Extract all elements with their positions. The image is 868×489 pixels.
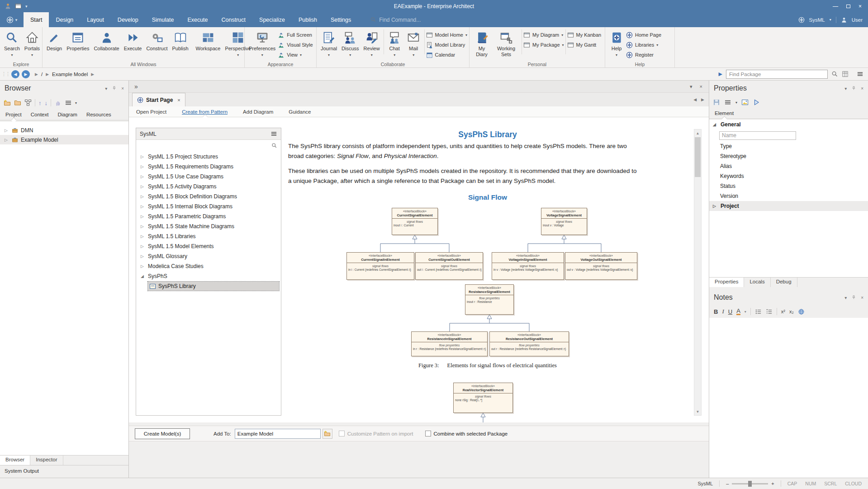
properties-dock-tab[interactable]: Locals [744, 278, 770, 287]
ribbon-tab[interactable]: Simulate [145, 12, 181, 27]
zoom-control[interactable]: – + [726, 481, 774, 486]
pattern-item[interactable]: ▷ SysML 1.5 Project Structures [136, 152, 281, 162]
collapse-icon[interactable]: ◢ [713, 122, 717, 127]
menu-icon[interactable] [65, 99, 72, 106]
tab-list-caret[interactable]: ▾ [690, 84, 693, 90]
ribbon-tab[interactable]: Publish [292, 12, 324, 27]
bold-button[interactable]: B [714, 308, 718, 315]
my-gantt-button[interactable]: My Gantt [567, 41, 602, 49]
app-menu-button[interactable]: ▾ [0, 12, 24, 27]
pattern-item[interactable]: ▷ SysML 1.5 Block Definition Diagrams [136, 192, 281, 201]
checkbox[interactable] [339, 431, 345, 436]
libraries-button[interactable]: Libraries ▾ [626, 41, 661, 49]
pattern-item[interactable]: ▷ SysML 1.5 Use Case Diagrams [136, 172, 281, 182]
zoom-out-icon[interactable]: – [726, 481, 729, 486]
statusbar-perspective[interactable]: SysML [698, 481, 713, 486]
pattern-item[interactable]: ▷ SysML 1.5 Libraries [136, 231, 281, 241]
dropdown-caret[interactable]: ▾ [735, 101, 737, 105]
expand-icon[interactable]: ▷ [141, 234, 148, 239]
panel-dropdown-caret[interactable]: ▾ [844, 295, 847, 300]
picture-icon[interactable] [741, 99, 749, 106]
play-icon[interactable] [753, 99, 760, 106]
expand-icon[interactable]: ▷ [5, 128, 9, 133]
pattern-item[interactable]: ▷ SysML 1.5 Requirements Diagrams [136, 162, 281, 172]
combine-package-checkbox[interactable]: Combine with selected Package [425, 431, 508, 436]
scrollbar-thumb[interactable] [695, 137, 701, 177]
property-row-type[interactable]: Type [709, 141, 868, 151]
menu-icon[interactable] [270, 130, 277, 137]
font-color-button[interactable]: A [736, 308, 740, 315]
customize-pattern-checkbox[interactable]: Customize Pattern on import [339, 431, 413, 436]
property-row-name[interactable] [709, 129, 868, 141]
folder-icon[interactable] [14, 99, 21, 106]
full-screen-button[interactable]: Full Screen [278, 31, 313, 39]
collaborate-button[interactable]: Collaborate ▾ [91, 29, 121, 57]
panel-close-icon[interactable]: × [121, 86, 124, 91]
panel-close-icon[interactable]: × [861, 86, 863, 91]
browse-folder-button[interactable] [323, 429, 332, 439]
home-page-button[interactable]: Home Page [626, 31, 661, 39]
visual-style-button[interactable]: Visual Style [278, 41, 313, 49]
expand-icon[interactable]: ▷ [141, 244, 148, 249]
scroll-tabs-left-icon[interactable]: ◀ [693, 97, 697, 102]
pattern-item[interactable]: ◢ SysPhS [136, 271, 281, 281]
forward-button[interactable]: ▶ [22, 70, 30, 78]
bullet-list-icon[interactable] [755, 308, 762, 315]
drag-handle[interactable]: ⋮⋮ [0, 71, 11, 77]
help-button[interactable]: Help ▾ [607, 29, 626, 57]
chevron-right-icon[interactable]: ▶ [91, 72, 94, 77]
my-diary-button[interactable]: My Diary ▾ [471, 29, 492, 62]
find-package-input[interactable] [726, 70, 828, 79]
breadcrumb-item[interactable]: Example Model [52, 72, 88, 77]
name-field[interactable] [719, 131, 796, 140]
model-library-button[interactable]: Model Library [426, 41, 467, 49]
menu-icon[interactable] [857, 71, 863, 77]
my-diagram-button[interactable]: My Diagram ▾ [523, 31, 564, 39]
find-command[interactable]: Find Command... [370, 12, 421, 27]
portals-button[interactable]: Portals ▾ [22, 29, 42, 57]
my-kanban-button[interactable]: My Kanban [567, 31, 602, 39]
restore-button[interactable] [846, 5, 850, 8]
ribbon-tab[interactable]: Execute [180, 12, 214, 27]
my-package-button[interactable]: My Package ▾ [523, 41, 564, 49]
user-menu[interactable]: User [852, 17, 863, 23]
add-to-input[interactable] [235, 429, 321, 439]
journal-button[interactable]: Journal ▾ [318, 29, 339, 57]
tab-close-icon[interactable]: × [177, 97, 180, 103]
expand-icon[interactable]: ▷ [141, 194, 148, 199]
pattern-item-selected[interactable]: SysPhS Library [148, 282, 279, 291]
browser-tab[interactable]: Context [31, 112, 49, 117]
new-diagram-icon[interactable] [24, 99, 32, 106]
expand-icon[interactable]: ▷ [141, 204, 148, 209]
element-tab[interactable]: Element [715, 110, 734, 116]
browser-tab[interactable]: Diagram [57, 112, 77, 117]
start-page-nav-item[interactable]: Open Project [136, 109, 166, 115]
hyperlink-globe-icon[interactable] [798, 308, 805, 315]
scroll-up-icon[interactable]: ▲ [694, 129, 701, 137]
expand-icon[interactable]: ▷ [141, 264, 148, 268]
checkbox[interactable] [425, 431, 431, 436]
pattern-item[interactable]: ▷ SysML 1.5 Internal Block Diagrams [136, 201, 281, 211]
expand-icon[interactable]: ◢ [141, 274, 148, 278]
model-home-button[interactable]: Model Home ▾ [426, 31, 467, 39]
browser-tab[interactable]: Project [5, 112, 22, 117]
back-button[interactable]: ◀ [11, 70, 19, 78]
scroll-tabs-right-icon[interactable]: ▶ [701, 97, 704, 102]
pattern-item[interactable]: ▷ Modelica Case Studies [136, 261, 281, 271]
pin-icon[interactable] [851, 86, 856, 91]
expand-arrow-icon[interactable]: ▶ [719, 71, 722, 77]
menu-icon[interactable] [724, 99, 731, 106]
view-button[interactable]: View ▾ [278, 51, 313, 59]
dropdown-caret[interactable]: ▾ [745, 310, 746, 314]
chat-button[interactable]: Chat ▾ [385, 29, 404, 57]
property-row-status[interactable]: Status [709, 181, 868, 191]
expand-icon[interactable]: ▷ [141, 164, 148, 169]
workspace-button[interactable]: Workspace ▾ [194, 29, 223, 57]
property-row-stereotype[interactable]: Stereotype [709, 151, 868, 161]
properties-button[interactable]: Properties ▾ [64, 29, 91, 57]
ribbon-tab[interactable]: Construct [215, 12, 253, 27]
expand-icon[interactable]: ▷ [5, 138, 9, 142]
move-up-icon[interactable]: ↑ [38, 100, 42, 106]
expand-icon[interactable]: ▷ [713, 204, 717, 208]
new-package-icon[interactable] [4, 99, 11, 106]
